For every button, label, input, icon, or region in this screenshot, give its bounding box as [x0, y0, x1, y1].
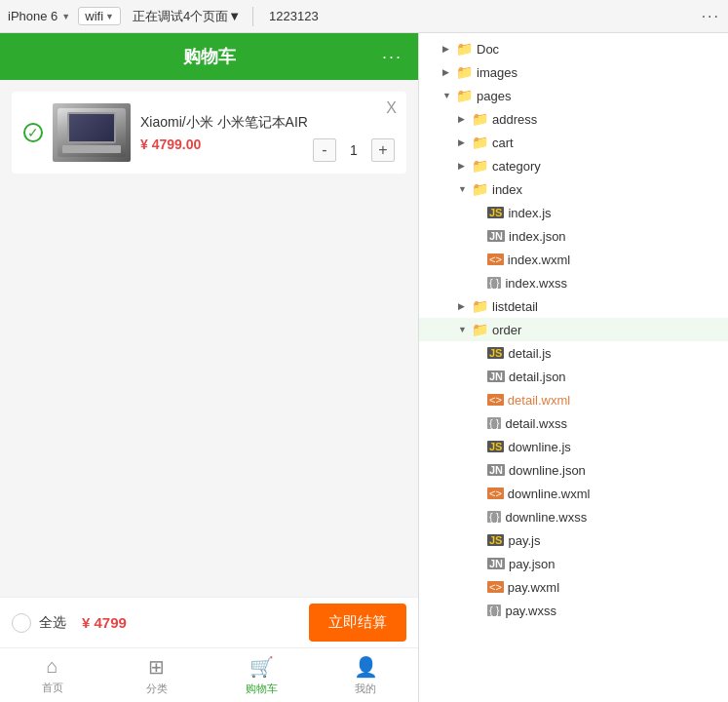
- home-icon: ⌂: [47, 655, 58, 678]
- tree-item[interactable]: { }downline.wxss: [419, 505, 728, 528]
- select-all-area: 全选 ¥ 4799: [12, 613, 127, 633]
- app-title: 购物车: [183, 45, 236, 68]
- network-selector[interactable]: wifi ▼: [78, 7, 121, 25]
- tree-item[interactable]: <>pay.wxml: [419, 575, 728, 599]
- file-name: downline.wxml: [508, 487, 591, 501]
- json-icon: JN: [487, 230, 505, 242]
- device-selector[interactable]: iPhone 6 ▼: [8, 9, 70, 23]
- laptop-base: [62, 145, 121, 153]
- wxss-icon: { }: [487, 511, 501, 523]
- file-name: pay.wxss: [505, 604, 556, 618]
- tree-item[interactable]: ▼📁order: [419, 318, 728, 341]
- qty-increase-button[interactable]: +: [371, 138, 395, 162]
- file-name: pay.json: [509, 557, 555, 571]
- folder-icon: 📁: [472, 181, 488, 197]
- tree-item[interactable]: ▶📁Doc: [419, 37, 728, 60]
- select-all-label: 全选: [39, 614, 66, 632]
- file-name: downline.json: [509, 463, 586, 478]
- tree-arrow: ▶: [458, 137, 470, 147]
- phone-panel: 购物车 ··· ✓ Xiaomi/小米 小米笔记本AIR: [0, 33, 419, 702]
- tree-item[interactable]: { }pay.wxss: [419, 599, 728, 622]
- nav-item-cart[interactable]: 🛒 购物车: [210, 648, 314, 702]
- wxml-icon: <>: [487, 394, 504, 406]
- wxss-icon: { }: [487, 277, 501, 289]
- tree-item[interactable]: JNpay.json: [419, 552, 728, 575]
- qty-value: 1: [344, 142, 364, 158]
- tree-item[interactable]: JNdetail.json: [419, 365, 728, 388]
- file-name: index.json: [509, 229, 566, 244]
- nav-label-home: 首页: [42, 681, 63, 695]
- item-close-button[interactable]: X: [386, 99, 397, 117]
- folder-name: listdetail: [492, 299, 538, 314]
- folder-icon: 📁: [472, 158, 488, 174]
- js-icon: JS: [487, 441, 504, 452]
- more-button[interactable]: ···: [702, 8, 720, 25]
- nav-item-profile[interactable]: 👤 我的: [314, 648, 418, 702]
- app-header: 购物车 ···: [0, 33, 418, 80]
- tree-item[interactable]: JNdownline.json: [419, 458, 728, 482]
- nav-label-category: 分类: [146, 682, 168, 696]
- tree-item[interactable]: JSpay.js: [419, 528, 728, 552]
- item-checkbox[interactable]: ✓: [23, 123, 43, 142]
- tree-arrow: ▶: [458, 301, 470, 311]
- tree-item[interactable]: JSindex.js: [419, 201, 728, 224]
- tree-item[interactable]: { }index.wxss: [419, 271, 728, 294]
- header-dots[interactable]: ···: [382, 47, 402, 67]
- file-panel: ▶📁Doc▶📁images▼📁pages▶📁address▶📁cart▶📁cat…: [419, 33, 728, 702]
- folder-icon: 📁: [472, 322, 488, 337]
- tree-arrow: ▼: [458, 184, 470, 194]
- tree-arrow: ▶: [458, 161, 470, 171]
- tree-item[interactable]: <>detail.wxml: [419, 388, 728, 411]
- tree-item[interactable]: ▶📁images: [419, 60, 728, 84]
- nav-item-home[interactable]: ⌂ 首页: [0, 648, 104, 702]
- file-name: index.js: [508, 206, 551, 220]
- tree-item[interactable]: ▶📁cart: [419, 131, 728, 154]
- checkout-button[interactable]: 立即结算: [309, 604, 406, 642]
- network-chevron: ▼: [105, 12, 114, 21]
- bottom-nav: ⌂ 首页 ⊞ 分类 🛒 购物车 👤 我的: [0, 647, 418, 702]
- nav-item-category[interactable]: ⊞ 分类: [104, 648, 209, 702]
- tree-item[interactable]: JSdownline.js: [419, 435, 728, 458]
- qty-decrease-button[interactable]: -: [313, 138, 336, 162]
- top-bar: iPhone 6 ▼ wifi ▼ 正在调试4个页面▼ 1223123 ···: [0, 0, 728, 33]
- tree-item[interactable]: ▶📁category: [419, 154, 728, 177]
- tree-item[interactable]: JNindex.json: [419, 224, 728, 248]
- total-price: ¥ 4799: [82, 614, 127, 631]
- nav-label-profile: 我的: [355, 682, 376, 696]
- folder-icon: 📁: [456, 64, 473, 80]
- file-name: detail.wxml: [508, 393, 570, 408]
- divider: [252, 7, 253, 26]
- tree-arrow: ▶: [442, 44, 454, 54]
- file-name: index.wxss: [505, 276, 567, 291]
- select-all-checkbox[interactable]: [12, 613, 31, 633]
- folder-name: Doc: [477, 42, 499, 57]
- wxml-icon: <>: [487, 254, 504, 265]
- wxml-icon: <>: [487, 581, 504, 593]
- cart-bottom-bar: 全选 ¥ 4799 立即结算: [0, 597, 418, 647]
- folder-name: order: [492, 323, 521, 337]
- device-chevron: ▼: [61, 12, 70, 21]
- json-icon: JN: [487, 464, 505, 476]
- tree-item[interactable]: <>index.wxml: [419, 248, 728, 271]
- tree-arrow: ▶: [458, 114, 470, 124]
- tree-item[interactable]: ▼📁pages: [419, 84, 728, 107]
- debug-status: 正在调试4个页面▼: [133, 8, 241, 25]
- file-name: downline.wxss: [505, 510, 587, 525]
- file-name: pay.wxml: [508, 580, 559, 595]
- file-name: index.wxml: [508, 253, 570, 267]
- project-id: 1223123: [269, 9, 319, 23]
- tree-item[interactable]: JSdetail.js: [419, 341, 728, 365]
- tree-item[interactable]: { }detail.wxss: [419, 411, 728, 435]
- tree-item[interactable]: ▶📁address: [419, 107, 728, 131]
- tree-item[interactable]: ▶📁listdetail: [419, 294, 728, 318]
- tree-item[interactable]: ▼📁index: [419, 177, 728, 201]
- profile-icon: 👤: [354, 655, 378, 679]
- cart-item-card: ✓ Xiaomi/小米 小米笔记本AIR ¥ 4799.00 X: [12, 92, 406, 174]
- device-name: iPhone 6: [8, 9, 57, 23]
- check-icon: ✓: [27, 125, 39, 140]
- folder-name: images: [477, 65, 517, 80]
- tree-item[interactable]: <>downline.wxml: [419, 482, 728, 505]
- wxss-icon: { }: [487, 417, 501, 429]
- category-icon: ⊞: [148, 655, 165, 679]
- file-tree: ▶📁Doc▶📁images▼📁pages▶📁address▶📁cart▶📁cat…: [419, 33, 728, 702]
